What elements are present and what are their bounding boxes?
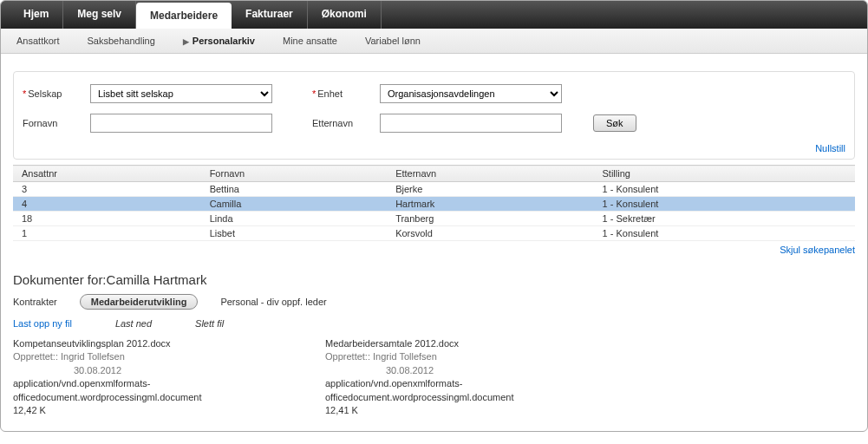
main-tab-hjem[interactable]: Hjem (10, 1, 63, 29)
label-enhet: *Enhet (312, 88, 373, 99)
file-actions: Last opp ny fil Last ned Slett fil (13, 318, 855, 329)
main-tab-økonomi[interactable]: Økonomi (308, 1, 382, 29)
sub-nav: AnsattkortSaksbehandlingPersonalarkivMin… (1, 29, 867, 54)
doc-filename: Kompetanseutviklingsplan 2012.docx (13, 337, 273, 350)
doc-mime: application/vnd.openxmlformats-officedoc… (325, 377, 585, 404)
table-row[interactable]: 18LindaTranberg1 - Sekretær (13, 212, 855, 226)
col-fornavn[interactable]: Fornavn (201, 166, 387, 182)
main-tab-medarbeidere[interactable]: Medarbeidere (136, 3, 232, 29)
documents-section: Dokumenter for:Camilla Hartmark Kontrakt… (1, 264, 867, 431)
input-fornavn[interactable] (90, 114, 272, 133)
doc-size: 12,41 K (325, 404, 585, 417)
subnav-variabel-lønn[interactable]: Variabel lønn (362, 34, 424, 48)
reset-link[interactable]: Nullstill (815, 143, 845, 153)
search-button[interactable]: Søk (593, 114, 636, 132)
doc-filename: Medarbeidersamtale 2012.docx (325, 337, 585, 350)
col-etternavn[interactable]: Etternavn (387, 166, 593, 182)
upload-file-link[interactable]: Last opp ny fil (13, 318, 72, 329)
col-ansattnr[interactable]: Ansattnr (13, 166, 201, 182)
doc-created-date: 30.08.2012 (13, 364, 273, 377)
main-tab-meg-selv[interactable]: Meg selv (63, 1, 136, 29)
table-row[interactable]: 4CamillaHartmark1 - Konsulent (13, 197, 855, 212)
label-selskap: *Selskap (23, 88, 83, 99)
doc-created-date: 30.08.2012 (325, 364, 585, 377)
main-nav: HjemMeg selvMedarbeidereFakturaerØkonomi (1, 1, 867, 29)
label-etternavn: Etternavn (312, 118, 373, 128)
doc-tab-medarbeiderutvikling[interactable]: Medarbeiderutvikling (80, 294, 199, 310)
document-item[interactable]: Kompetanseutviklingsplan 2012.docxOppret… (13, 337, 273, 417)
document-item[interactable]: Medarbeidersamtale 2012.docxOpprettet:: … (325, 337, 585, 417)
results-table: AnsattnrFornavnEtternavnStilling 3Bettin… (13, 165, 855, 241)
label-fornavn: Fornavn (23, 118, 83, 128)
delete-file-link[interactable]: Slett fil (195, 318, 224, 329)
input-etternavn[interactable] (380, 114, 562, 133)
doc-tab-kontrakter[interactable]: Kontrakter (13, 297, 57, 307)
doc-size: 12,42 K (13, 404, 273, 417)
search-panel: *Selskap Lisbet sitt selskap *Enhet Orga… (13, 71, 855, 160)
subnav-mine-ansatte[interactable]: Mine ansatte (279, 34, 341, 48)
table-row[interactable]: 1LisbetKorsvold1 - Konsulent (13, 226, 855, 241)
select-enhet[interactable]: Organisasjonsavdelingen (380, 84, 562, 103)
select-selskap[interactable]: Lisbet sitt selskap (90, 84, 272, 103)
subnav-personalarkiv[interactable]: Personalarkiv (179, 34, 258, 48)
doc-created: Opprettet:: Ingrid Tollefsen (325, 350, 585, 363)
subnav-saksbehandling[interactable]: Saksbehandling (84, 34, 159, 48)
col-stilling[interactable]: Stilling (594, 166, 855, 182)
doc-mime: application/vnd.openxmlformats-officedoc… (13, 377, 273, 404)
hide-search-panel-link[interactable]: Skjul søkepanelet (780, 245, 855, 255)
doc-created: Opprettet:: Ingrid Tollefsen (13, 350, 273, 363)
table-row[interactable]: 3BettinaBjerke1 - Konsulent (13, 182, 855, 197)
document-list: Kompetanseutviklingsplan 2012.docxOppret… (13, 337, 855, 417)
document-tabs: KontrakterMedarbeiderutviklingPersonal -… (13, 294, 855, 310)
main-tab-fakturaer[interactable]: Fakturaer (232, 1, 308, 29)
subnav-ansattkort[interactable]: Ansattkort (13, 34, 63, 48)
download-file-link[interactable]: Last ned (115, 318, 152, 329)
documents-title: Dokumenter for:Camilla Hartmark (13, 272, 855, 287)
doc-tab-personal-div-oppf-leder[interactable]: Personal - div oppf. leder (220, 297, 326, 307)
